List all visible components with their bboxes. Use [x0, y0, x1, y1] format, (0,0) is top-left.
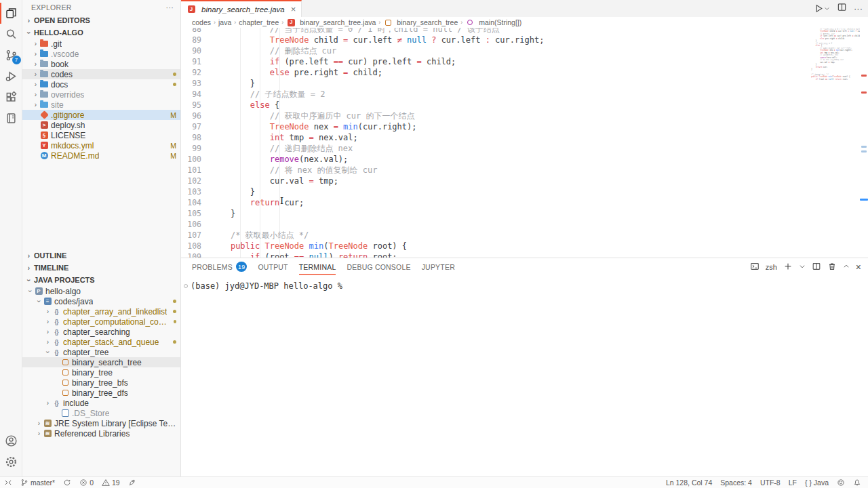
tree-item-site[interactable]: ›site [22, 100, 180, 110]
tree-item-codes[interactable]: ›codes [22, 69, 180, 79]
code-line-109[interactable]: 109 if (root == null) return root; [181, 251, 807, 258]
tree-item--gitignore[interactable]: .gitignoreM [22, 110, 180, 120]
tree-item-chapter-stack-and-queue[interactable]: ›{}chapter_stack_and_queue [22, 337, 180, 347]
kill-terminal-icon[interactable] [827, 262, 837, 272]
source-control-icon[interactable]: 7 [0, 45, 22, 66]
explorer-more-actions-icon[interactable]: ··· [166, 3, 174, 12]
code-line-108[interactable]: 108 public TreeNode min(TreeNode root) { [181, 241, 807, 251]
tree-item-chapter-array-and-linkedlist[interactable]: ›{}chapter_array_and_linkedlist [22, 306, 180, 317]
code-line-101[interactable]: 101 // 将 nex 的值复制给 cur [181, 165, 807, 176]
code-line-95[interactable]: 95 else { [181, 100, 807, 110]
code-line-90[interactable]: 90 // 删除结点 cur [181, 45, 807, 56]
code-line-96[interactable]: 96 // 获取中序遍历中 cur 的下一个结点 [181, 110, 807, 121]
panel-tab-problems[interactable]: PROBLEMS19 [192, 258, 247, 275]
tab-close-icon[interactable]: × [291, 4, 296, 14]
editor-more-actions-icon[interactable]: ··· [854, 3, 863, 14]
tree-item--ds-store[interactable]: .DS_Store [22, 408, 180, 418]
tree-item-chapter-computational-complexity[interactable]: ›{}chapter_computational_complexity [22, 317, 180, 327]
tree-item-jre-system-library-eclipse-temurin-17-17-[interactable]: ›≋JRE System Library [Eclipse Temurin 17… [22, 418, 180, 428]
tree-item-deploy-sh[interactable]: >deploy.sh [22, 120, 180, 130]
code-line-104[interactable]: 104 return cur; [181, 197, 807, 208]
outline-section[interactable]: ›OUTLINE [22, 249, 180, 262]
tree-item-chapter-tree[interactable]: ›{}chapter_tree [22, 347, 180, 357]
status-item-branch[interactable]: master* [20, 477, 55, 488]
overview-ruler[interactable] [860, 28, 868, 258]
code-line-105[interactable]: 105 } [181, 208, 807, 219]
tree-item-hello-algo[interactable]: ›Phello-algo [22, 286, 180, 296]
workspace-root[interactable]: ›HELLO-ALGO [22, 26, 180, 39]
panel-tab-debug-console[interactable]: DEBUG CONSOLE [347, 258, 410, 275]
run-java-button[interactable] [814, 3, 830, 14]
tree-item-codes-java[interactable]: ›≡codes/java [22, 296, 180, 306]
maximize-panel-icon[interactable] [843, 263, 850, 271]
breadcrumb-item[interactable]: main(String[]) [465, 18, 521, 26]
close-panel-icon[interactable]: × [856, 262, 861, 272]
minimap[interactable]: 88 // 当子结点数量 = 0 / 1 时，child = null / 该子… [807, 28, 860, 258]
breadcrumb-item[interactable]: binary_search_tree [383, 18, 458, 26]
code-line-109[interactable]: 109 if (root == null) return root; [807, 78, 860, 81]
status-item-sync[interactable] [63, 477, 71, 488]
code-line-103[interactable]: 103 } [181, 186, 807, 197]
terminal-shell-icon[interactable] [750, 262, 760, 272]
explorer-icon[interactable] [0, 3, 22, 24]
code-line-88[interactable]: 88 // 当子结点数量 = 0 / 1 时，child = null / 该子… [181, 28, 807, 35]
panel-tab-jupyter[interactable]: JUPYTER [422, 258, 455, 275]
timeline-section[interactable]: ›TIMELINE [22, 262, 180, 274]
breadcrumb-item[interactable]: Jbinary_search_tree.java [286, 18, 376, 26]
settings-gear-icon[interactable] [0, 451, 22, 472]
code-line-98[interactable]: 98 int tmp = nex.val; [181, 132, 807, 143]
status-item-warning[interactable]: 19 [102, 477, 120, 488]
split-editor-icon[interactable] [837, 2, 847, 15]
status-item[interactable]: UTF-8 [760, 477, 781, 488]
tree-item-readme-md[interactable]: MREADME.mdM [22, 150, 180, 161]
run-debug-icon[interactable] [0, 66, 22, 87]
tree-item--vscode[interactable]: ›.vscode [22, 49, 180, 59]
search-icon[interactable] [0, 24, 22, 45]
code-line-102[interactable]: 102 cur.val = tmp; [181, 176, 807, 186]
tree-item-binary-tree[interactable]: binary_tree [22, 367, 180, 378]
status-item[interactable]: Ln 128, Col 74 [666, 477, 712, 488]
status-item-error[interactable]: 0 [79, 477, 94, 488]
status-item-bell[interactable] [853, 477, 861, 488]
panel-tab-output[interactable]: OUTPUT [258, 258, 288, 275]
status-item[interactable]: Spaces: 4 [720, 477, 752, 488]
tree-item-overrides[interactable]: ›overrides [22, 89, 180, 100]
status-item-remote[interactable] [4, 477, 12, 488]
open-editors-section[interactable]: ›OPEN EDITORS [22, 14, 180, 26]
status-item-feedback[interactable] [837, 477, 845, 488]
breadcrumb-item[interactable]: codes [192, 18, 211, 26]
code-line-89[interactable]: 89 TreeNode child = cur.left ≠ null ? cu… [181, 35, 807, 45]
tree-item-include[interactable]: ›{}include [22, 398, 180, 408]
code-line-106[interactable]: 106 [181, 219, 807, 230]
code-line-100[interactable]: 100 remove(nex.val); [181, 154, 807, 165]
breadcrumb-item[interactable]: chapter_tree [239, 18, 279, 26]
extensions-icon[interactable] [0, 87, 22, 108]
tree-item-mkdocs-yml[interactable]: Ymkdocs.ymlM [22, 140, 180, 150]
code-line-107[interactable]: 107 /* 获取最小结点 */ [181, 230, 807, 241]
tree-item--git[interactable]: ›.git [22, 39, 180, 49]
code-line-94[interactable]: 94 // 子结点数量 = 2 [181, 89, 807, 100]
tree-item-binary-tree-dfs[interactable]: binary_tree_dfs [22, 388, 180, 398]
breadcrumb-item[interactable]: java [218, 18, 231, 26]
tree-item-book[interactable]: ›book [22, 59, 180, 69]
code-line-92[interactable]: 92 else pre.right = child; [181, 67, 807, 78]
tab-binary-search-tree[interactable]: J binary_search_tree.java × [181, 0, 302, 17]
code-line-93[interactable]: 93 } [181, 78, 807, 89]
tree-item-referenced-libraries[interactable]: ›≋Referenced Libraries [22, 428, 180, 439]
tree-item-docs[interactable]: ›docs [22, 79, 180, 89]
tree-item-license[interactable]: §LICENSE [22, 130, 180, 140]
code-editor[interactable]: 88 // 当子结点数量 = 0 / 1 时，child = null / 该子… [181, 28, 868, 258]
new-terminal-icon[interactable] [783, 262, 793, 272]
status-item-rocket[interactable] [128, 477, 136, 488]
terminal-shell-label[interactable]: zsh [766, 263, 777, 271]
status-item[interactable]: LF [789, 477, 797, 488]
terminal-output[interactable]: (base) jyd@JYD-MBP hello-algo % [181, 275, 868, 476]
code-line-91[interactable]: 91 if (pre.left == cur) pre.left = child… [181, 56, 807, 67]
split-terminal-icon[interactable] [812, 262, 821, 272]
notebook-icon[interactable] [0, 108, 22, 129]
account-icon[interactable] [0, 430, 22, 451]
tree-item-chapter-searching[interactable]: ›{}chapter_searching [22, 327, 180, 337]
java-projects-section[interactable]: ›JAVA PROJECTS [22, 274, 180, 286]
tree-item-binary-search-tree[interactable]: binary_search_tree [22, 357, 180, 367]
panel-tab-terminal[interactable]: TERMINAL [299, 258, 336, 275]
